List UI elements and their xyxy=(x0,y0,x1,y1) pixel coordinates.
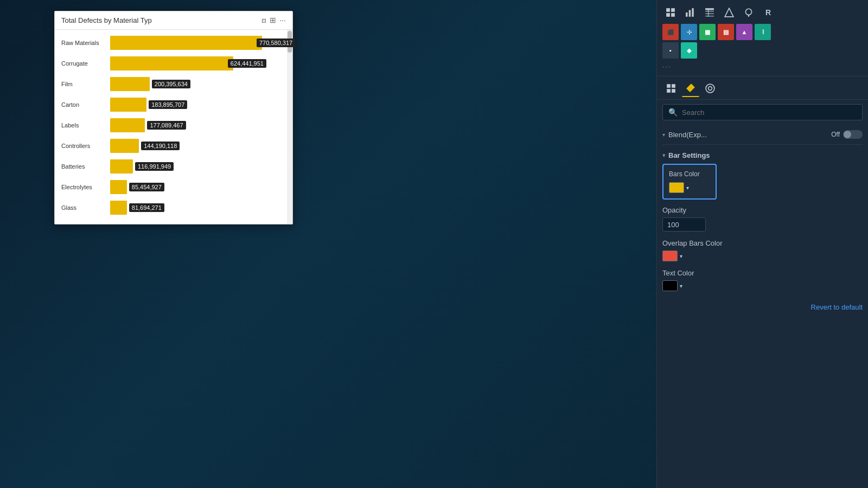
ci-multi-icon[interactable]: ▦ xyxy=(699,24,716,40)
ci-area-icon[interactable]: ▲ xyxy=(736,24,752,40)
bars-color-label: Bars Color xyxy=(669,170,710,178)
bar-track: 144,190,118 xyxy=(110,139,282,153)
blend-toggle-container: Off xyxy=(831,130,863,139)
chart-scrollbar[interactable] xyxy=(287,30,292,224)
tab-paint-icon[interactable] xyxy=(682,80,699,97)
ci-red-icon[interactable]: ⬛ xyxy=(662,24,679,40)
bars-color-arrow[interactable]: ▾ xyxy=(686,185,689,191)
svg-rect-16 xyxy=(672,84,675,88)
bars-color-card[interactable]: Bars Color ▾ xyxy=(662,164,717,200)
opacity-section: Opacity ▲ ▼ xyxy=(662,206,863,232)
blend-setting-row: ▾ Blend(Exp... Off xyxy=(662,125,863,145)
bar-value: 183,895,707 xyxy=(149,100,187,109)
svg-point-13 xyxy=(745,9,751,15)
chart-row: Batteries116,991,949 xyxy=(61,158,282,175)
bar-label: Labels xyxy=(61,122,110,129)
bar-track: 200,395,634 xyxy=(110,77,282,91)
ci-teal2-icon[interactable]: ◈ xyxy=(681,42,697,59)
svg-rect-3 xyxy=(671,13,675,17)
chart-title: Total Defects by Material Typ xyxy=(61,16,152,24)
revert-button[interactable]: Revert to default xyxy=(662,299,863,316)
ci-scatter-icon[interactable]: ⊹ xyxy=(681,24,697,40)
svg-rect-18 xyxy=(672,89,675,93)
overlap-bars-color-label: Overlap Bars Color xyxy=(662,239,863,247)
bar-value: 81,694,271 xyxy=(129,203,164,212)
bar-track: 85,454,927 xyxy=(110,180,282,194)
svg-rect-2 xyxy=(666,13,670,17)
bar-value: 116,991,949 xyxy=(135,162,174,171)
bar-value: 144,190,118 xyxy=(141,142,180,150)
text-color-swatch-row: ▾ xyxy=(662,280,863,291)
chart-title-icons: ⧈ ⊞ ··· xyxy=(261,16,286,25)
bar-track: 183,895,707 xyxy=(110,98,282,112)
bar-value: 177,089,467 xyxy=(147,121,186,130)
chart-row: Controllers144,190,118 xyxy=(61,137,282,155)
opacity-input[interactable]: ▲ ▼ xyxy=(662,217,706,232)
svg-rect-6 xyxy=(692,8,693,17)
icon-row-1: R xyxy=(662,4,863,21)
bars-color-swatch-row: ▾ xyxy=(669,182,710,193)
tab-settings-icon[interactable] xyxy=(701,80,719,97)
more-dots[interactable]: ··· xyxy=(662,62,863,72)
ci-stack-icon[interactable]: ▤ xyxy=(718,24,734,40)
icon-table-btn[interactable] xyxy=(701,4,718,21)
filter-icon[interactable]: ⧈ xyxy=(261,16,266,25)
icon-r-btn[interactable]: R xyxy=(760,4,776,21)
overlap-bars-color-section: Overlap Bars Color ▾ xyxy=(662,239,863,261)
chart-title-bar: Total Defects by Material Typ ⧈ ⊞ ··· xyxy=(55,11,292,30)
bar-fill xyxy=(110,98,146,112)
chart-row: Film200,395,634 xyxy=(61,75,282,93)
chart-row: Carton183,895,707 xyxy=(61,96,282,113)
overlap-color-swatch[interactable] xyxy=(662,251,678,261)
text-color-label: Text Color xyxy=(662,269,863,277)
chart-row: Glass81,694,271 xyxy=(61,199,282,216)
text-color-arrow[interactable]: ▾ xyxy=(680,283,682,289)
opacity-value[interactable] xyxy=(663,219,706,231)
bar-fill xyxy=(110,201,127,215)
ci-line-icon[interactable]: ⌇ xyxy=(755,24,771,40)
expand-icon[interactable]: ⊞ xyxy=(270,16,276,25)
bar-track: 177,089,467 xyxy=(110,118,282,132)
overlap-color-arrow[interactable]: ▾ xyxy=(680,253,682,259)
chart-window: Total Defects by Material Typ ⧈ ⊞ ··· Ra… xyxy=(54,11,293,224)
bar-track: 624,441,951 xyxy=(110,56,282,70)
panel-content: ▾ Blend(Exp... Off ▾ Bar Settings Bars C… xyxy=(657,125,868,488)
text-color-swatch[interactable] xyxy=(662,280,678,291)
icon-map-btn[interactable] xyxy=(741,4,757,21)
svg-rect-5 xyxy=(689,10,691,17)
chart-row: Labels177,089,467 xyxy=(61,117,282,134)
bar-track: 770,580,317 xyxy=(110,36,282,50)
chevron-down-icon[interactable]: ▾ xyxy=(662,132,665,138)
bar-fill xyxy=(110,36,262,50)
bar-label: Carton xyxy=(61,101,110,108)
search-input[interactable] xyxy=(682,108,857,117)
colored-icon-grid: ⬛ ⊹ ▦ ▤ ▲ ⌇ ▪ ◈ xyxy=(662,24,863,59)
bar-label: Batteries xyxy=(61,163,110,170)
bar-fill xyxy=(110,139,139,153)
svg-rect-0 xyxy=(666,8,670,12)
bar-value: 770,580,317 xyxy=(257,38,295,47)
svg-rect-4 xyxy=(686,12,687,17)
search-bar[interactable]: 🔍 xyxy=(662,104,863,120)
svg-rect-15 xyxy=(667,84,671,88)
svg-rect-17 xyxy=(667,89,671,93)
icon-chart-btn[interactable] xyxy=(682,4,698,21)
bar-settings-header: ▾ Bar Settings xyxy=(662,145,863,164)
bars-color-swatch[interactable] xyxy=(669,182,684,193)
ci-dark-icon[interactable]: ▪ xyxy=(662,42,679,59)
blend-toggle[interactable] xyxy=(843,130,863,139)
bar-fill xyxy=(110,159,133,174)
bar-settings-chevron[interactable]: ▾ xyxy=(662,152,665,158)
bar-track: 116,991,949 xyxy=(110,159,282,174)
bar-value: 624,441,951 xyxy=(228,59,266,68)
chart-body: Raw Materials770,580,317Corrugate624,441… xyxy=(55,30,292,224)
tab-grid-icon[interactable] xyxy=(662,80,680,97)
bar-label: Controllers xyxy=(61,143,110,149)
text-color-section: Text Color ▾ xyxy=(662,269,863,291)
icon-shape-btn[interactable] xyxy=(721,4,737,21)
svg-point-20 xyxy=(706,84,714,93)
bar-value: 200,395,634 xyxy=(152,80,190,88)
icon-grid-btn[interactable] xyxy=(662,4,679,21)
more-icon[interactable]: ··· xyxy=(279,16,286,25)
chart-bars-container: Raw Materials770,580,317Corrugate624,441… xyxy=(55,34,292,220)
